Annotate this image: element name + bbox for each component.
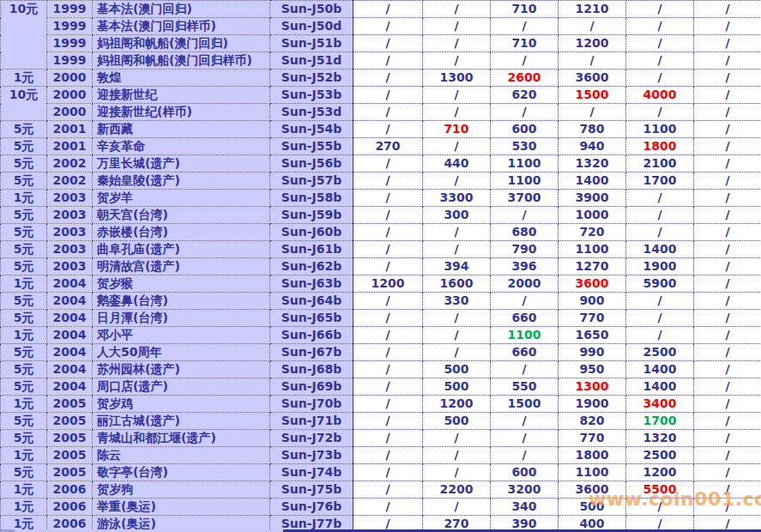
price-cell: 396 bbox=[491, 258, 559, 275]
year-cell: 2004 bbox=[47, 361, 93, 378]
denomination-cell: 5元 bbox=[1, 172, 47, 190]
price-cell: 660 bbox=[491, 310, 559, 327]
price-cell: / bbox=[353, 155, 423, 172]
coin-name-cell: 基本法(澳门回归样币) bbox=[93, 18, 270, 35]
price-cell: / bbox=[353, 430, 423, 447]
catalog-code-cell: Sun-J69b bbox=[270, 378, 353, 396]
price-cell: / bbox=[353, 481, 423, 499]
price-cell: / bbox=[694, 430, 761, 447]
denomination-cell: 1元 bbox=[1, 327, 47, 344]
price-cell: / bbox=[626, 104, 694, 121]
price-cell: 3400 bbox=[626, 396, 694, 413]
price-cell: / bbox=[423, 327, 491, 344]
price-cell: / bbox=[626, 35, 694, 52]
year-cell: 2004 bbox=[47, 310, 93, 327]
table-row: 1999基本法(澳门回归样币)Sun-J50d////// bbox=[1, 18, 761, 35]
year-cell: 1999 bbox=[47, 1, 93, 18]
table-row: 5元2003曲阜孔庙(遗产)Sun-J61b//79011001400/ bbox=[1, 241, 761, 258]
catalog-code-cell: Sun-J68b bbox=[270, 361, 353, 378]
table-row: 5元2003朝天宫(台湾)Sun-J59b/300/1000// bbox=[1, 207, 761, 224]
catalog-code-cell: Sun-J67b bbox=[270, 344, 353, 361]
coin-price-table: 10元1999基本法(澳门回归)Sun-J50b//7101210//1999基… bbox=[0, 0, 761, 532]
denomination-cell: 1元 bbox=[1, 70, 47, 87]
table-row: 1元2005贺岁鸡Sun-J70b/1200150019003400/ bbox=[1, 396, 761, 413]
table-row: 5元2005丽江古城(遗产)Sun-J71b/500/8201700/ bbox=[1, 413, 761, 430]
denomination-cell: 5元 bbox=[1, 224, 47, 241]
price-cell: 710 bbox=[491, 1, 559, 18]
year-cell: 2003 bbox=[47, 258, 93, 275]
price-cell: / bbox=[694, 35, 761, 52]
price-cell: 710 bbox=[491, 35, 559, 52]
price-cell: / bbox=[423, 224, 491, 241]
price-cell: 990 bbox=[559, 344, 626, 361]
catalog-code-cell: Sun-J72b bbox=[270, 430, 353, 447]
price-cell: / bbox=[353, 258, 423, 275]
table-row: 5元2001辛亥革命Sun-J55b270/5309401800/ bbox=[1, 138, 761, 155]
price-cell: / bbox=[694, 104, 761, 121]
coin-name-cell: 朝天宫(台湾) bbox=[93, 207, 270, 224]
price-cell: / bbox=[423, 241, 491, 258]
coin-name-cell: 明清故宫(遗产) bbox=[93, 258, 270, 275]
price-cell: 2100 bbox=[626, 155, 694, 172]
coin-name-cell: 鹅銮鼻(台湾) bbox=[93, 293, 270, 310]
price-cell: / bbox=[353, 413, 423, 430]
coin-name-cell: 贺岁狗 bbox=[93, 481, 270, 499]
price-cell: / bbox=[491, 361, 559, 378]
price-cell: / bbox=[353, 224, 423, 241]
price-cell: 1200 bbox=[353, 275, 423, 293]
price-cell: / bbox=[353, 499, 423, 516]
price-cell: / bbox=[694, 224, 761, 241]
price-cell: 3200 bbox=[491, 481, 559, 499]
price-cell: 1400 bbox=[626, 378, 694, 396]
catalog-code-cell: Sun-J74b bbox=[270, 464, 353, 481]
price-cell: 600 bbox=[491, 121, 559, 138]
price-cell: / bbox=[626, 52, 694, 70]
price-cell: / bbox=[423, 104, 491, 121]
catalog-code-cell: Sun-J63b bbox=[270, 275, 353, 293]
denomination-cell: 5元 bbox=[1, 344, 47, 361]
price-cell: 1900 bbox=[559, 396, 626, 413]
price-cell: / bbox=[423, 430, 491, 447]
year-cell: 2004 bbox=[47, 293, 93, 310]
table-row: 1元2004贺岁猴Sun-J63b12001600200036005900/ bbox=[1, 275, 761, 293]
price-cell: 720 bbox=[559, 224, 626, 241]
price-cell: / bbox=[694, 172, 761, 190]
price-cell: 600 bbox=[491, 464, 559, 481]
price-cell: / bbox=[423, 447, 491, 464]
price-cell: / bbox=[626, 499, 694, 516]
coin-name-cell: 丽江古城(遗产) bbox=[93, 413, 270, 430]
price-cell: / bbox=[353, 87, 423, 104]
price-cell: / bbox=[423, 52, 491, 70]
price-cell: / bbox=[491, 430, 559, 447]
price-cell: / bbox=[694, 52, 761, 70]
price-cell: 770 bbox=[559, 430, 626, 447]
year-cell: 2001 bbox=[47, 138, 93, 155]
price-cell: / bbox=[694, 499, 761, 516]
coin-name-cell: 青城山和都江堰(遗产) bbox=[93, 430, 270, 447]
price-cell: 680 bbox=[491, 224, 559, 241]
catalog-code-cell: Sun-J64b bbox=[270, 293, 353, 310]
price-cell: / bbox=[694, 327, 761, 344]
year-cell: 2006 bbox=[47, 499, 93, 516]
table-row: 5元2005青城山和都江堰(遗产)Sun-J72b///7701320/ bbox=[1, 430, 761, 447]
price-cell: 1100 bbox=[491, 327, 559, 344]
price-cell: / bbox=[694, 293, 761, 310]
price-cell: / bbox=[423, 464, 491, 481]
coin-name-cell: 秦始皇陵(遗产) bbox=[93, 172, 270, 190]
price-cell: 2600 bbox=[491, 70, 559, 87]
price-cell: 1650 bbox=[559, 327, 626, 344]
denomination-cell: 1元 bbox=[1, 447, 47, 464]
page: { "colors": { "navy": "#333399", "red": … bbox=[0, 0, 761, 532]
price-cell: 1800 bbox=[559, 447, 626, 464]
denomination-cell: 10元 bbox=[1, 1, 47, 70]
price-cell: / bbox=[423, 35, 491, 52]
table-row: 5元2004鹅銮鼻(台湾)Sun-J64b/330/900// bbox=[1, 293, 761, 310]
price-cell: 1100 bbox=[491, 172, 559, 190]
price-cell: 770 bbox=[559, 310, 626, 327]
price-cell: / bbox=[491, 104, 559, 121]
price-cell: / bbox=[491, 52, 559, 70]
price-cell: / bbox=[423, 138, 491, 155]
price-cell: 940 bbox=[559, 138, 626, 155]
denomination-cell: 1元 bbox=[1, 396, 47, 413]
price-cell: 500 bbox=[423, 378, 491, 396]
